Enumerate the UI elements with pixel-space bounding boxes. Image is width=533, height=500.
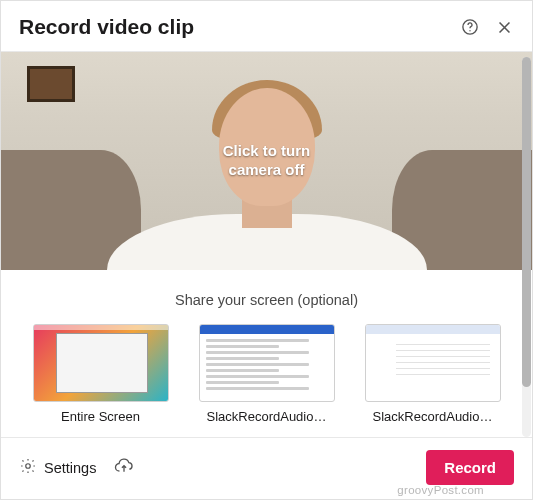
share-label: Entire Screen: [61, 409, 140, 424]
camera-feed-placeholder: [1, 52, 532, 270]
share-screen-title: Share your screen (optional): [29, 292, 504, 308]
share-thumb-window-2: [365, 324, 501, 402]
footer-left: Settings: [19, 456, 134, 480]
settings-button[interactable]: Settings: [19, 457, 96, 478]
modal-body: Click to turn camera off Share your scre…: [1, 52, 532, 437]
close-icon[interactable]: [494, 17, 514, 37]
record-video-modal: Record video clip Click to turn: [0, 0, 533, 500]
share-option-window-1[interactable]: SlackRecordAudio…: [199, 324, 335, 424]
share-option-window-2[interactable]: SlackRecordAudio…: [365, 324, 501, 424]
header-actions: [460, 17, 514, 37]
gear-icon: [19, 457, 37, 478]
help-icon[interactable]: [460, 17, 480, 37]
share-option-entire-screen[interactable]: Entire Screen: [33, 324, 169, 424]
scrollbar[interactable]: [522, 57, 531, 437]
settings-label: Settings: [44, 460, 96, 476]
modal-header: Record video clip: [1, 1, 532, 52]
share-label: SlackRecordAudio…: [373, 409, 493, 424]
svg-point-1: [469, 30, 470, 31]
modal-footer: Settings Record: [1, 437, 532, 499]
camera-preview[interactable]: Click to turn camera off: [1, 52, 532, 270]
svg-point-2: [26, 464, 31, 469]
modal-title: Record video clip: [19, 15, 194, 39]
scrollbar-thumb[interactable]: [522, 57, 531, 387]
share-options: Entire Screen SlackRecordAudio… SlackRec…: [29, 324, 504, 424]
record-button[interactable]: Record: [426, 450, 514, 485]
upload-icon[interactable]: [114, 456, 134, 480]
share-screen-section: Share your screen (optional) Entire Scre…: [1, 270, 532, 432]
share-label: SlackRecordAudio…: [207, 409, 327, 424]
share-thumb-window-1: [199, 324, 335, 402]
share-thumb-entire-screen: [33, 324, 169, 402]
